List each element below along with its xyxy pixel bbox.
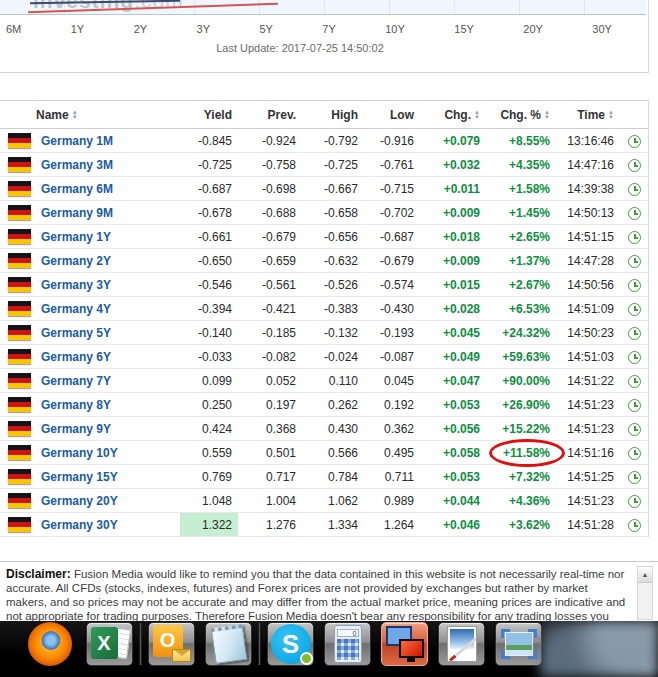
bond-link[interactable]: Germany 9Y [41,422,111,436]
sort-arrows-icon[interactable]: ▲▼ [544,110,550,120]
bond-link[interactable]: Germany 4Y [41,302,111,316]
low-cell: -0.430 [364,297,420,321]
clock-cell [620,129,648,153]
germany-flag-icon [8,493,31,508]
bond-link[interactable]: Germany 15Y [41,470,118,484]
bond-link[interactable]: Germany 5Y [41,326,111,340]
bond-link[interactable]: Germany 1Y [41,230,111,244]
time-cell: 14:47:28 [556,249,620,273]
sort-arrows-icon[interactable]: ▲▼ [608,110,614,120]
realtime-clock-icon [628,327,641,340]
bond-link[interactable]: Germany 30Y [41,518,118,532]
disclaimer-panel: Disclaimer: Fusion Media would like to r… [0,561,658,621]
time-cell: 13:16:46 [556,129,620,153]
bond-name-cell: Germany 2Y [0,249,180,273]
clock-cell [620,417,648,441]
windows-taskbar: XOS0 [0,621,658,677]
time-cell: 14:51:25 [556,465,620,489]
realtime-clock-icon [628,519,641,532]
bond-link[interactable]: Germany 1M [41,134,113,148]
bond-link[interactable]: Germany 8Y [41,398,111,412]
high-cell: -0.132 [302,321,364,345]
sort-arrows-icon[interactable]: ▲▼ [72,110,78,120]
table-row: Germany 9Y0.4240.3680.4300.362+0.056+15.… [0,417,648,441]
table-row: Germany 10Y0.5590.5010.5660.495+0.058+11… [0,441,648,465]
table-row: Germany 6M-0.687-0.698-0.667-0.715+0.011… [0,177,648,201]
change-cell: +0.053 [420,465,486,489]
germany-flag-icon [8,517,31,532]
low-cell: 0.192 [364,393,420,417]
yield-cell: -0.845 [180,129,238,153]
bond-link[interactable]: Germany 10Y [41,446,118,460]
taskbar-button-paint[interactable] [438,622,485,666]
germany-flag-icon [8,205,31,220]
high-cell: -0.667 [302,177,364,201]
low-cell: -0.715 [364,177,420,201]
chart-plot-area: investing.com [0,0,646,15]
calculator-icon: 0 [334,625,362,663]
time-cell: 14:47:16 [556,153,620,177]
taskbar-button-calculator[interactable]: 0 [324,622,371,666]
bond-link[interactable]: Germany 3M [41,158,113,172]
high-cell: -0.658 [302,201,364,225]
column-header-time[interactable]: Time▲▼ [556,101,620,129]
time-cell: 14:51:09 [556,297,620,321]
column-header-name[interactable]: Name▲▼ [0,101,180,129]
outlook-icon: O [153,625,191,663]
table-row: Germany 9M-0.678-0.688-0.658-0.702+0.009… [0,201,648,225]
taskbar-button-firefox[interactable] [24,621,76,667]
sort-arrows-icon[interactable]: ▲▼ [474,110,480,120]
germany-flag-icon [8,157,31,172]
taskbar-button-outlook[interactable]: O [148,622,195,666]
prev-cell: -0.561 [238,273,302,297]
realtime-clock-icon [628,447,641,460]
high-cell: 0.784 [302,465,364,489]
bond-link[interactable]: Germany 7Y [41,374,111,388]
high-cell: 0.262 [302,393,364,417]
yield-cell: 0.099 [180,369,238,393]
germany-flag-icon [8,133,31,148]
prev-cell: 1.276 [238,513,302,537]
table-row: Germany 7Y0.0990.0520.1100.045+0.047+90.… [0,369,648,393]
change-cell: +0.045 [420,321,486,345]
change-cell: +0.044 [420,489,486,513]
scrollbar-up-arrow-icon[interactable]: ▲ [638,567,652,583]
realtime-clock-icon [628,159,641,172]
yield-cell: 0.769 [180,465,238,489]
prev-cell: -0.698 [238,177,302,201]
taskbar-button-notepad[interactable] [205,622,252,666]
taskbar-button-skype[interactable]: S [267,622,314,666]
bond-link[interactable]: Germany 2Y [41,254,111,268]
disclaimer-label: Disclaimer: [6,567,71,581]
bond-name-cell: Germany 3M [0,153,180,177]
remote-desktop-icon [386,626,424,662]
table-row: Germany 3Y-0.546-0.561-0.526-0.574+0.015… [0,273,648,297]
bond-link[interactable]: Germany 6M [41,182,113,196]
column-header-chg-[interactable]: Chg.▲▼ [420,101,486,129]
germany-flag-icon [8,397,31,412]
high-cell: 0.110 [302,369,364,393]
time-cell: 14:50:13 [556,201,620,225]
column-header-chg-%[interactable]: Chg. %▲▼ [486,101,556,129]
x-axis-tick-label: 2Y [134,23,147,35]
firefox-icon [28,622,72,666]
table-row: Germany 8Y0.2500.1970.2620.192+0.053+26.… [0,393,648,417]
bond-link[interactable]: Germany 3Y [41,278,111,292]
taskbar-button-remote-desktop[interactable] [381,622,428,666]
realtime-clock-icon [628,495,641,508]
prev-cell: -0.659 [238,249,302,273]
bond-link[interactable]: Germany 9M [41,206,113,220]
low-cell: -0.702 [364,201,420,225]
change-cell: +0.049 [420,345,486,369]
bond-link[interactable]: Germany 6Y [41,350,111,364]
realtime-clock-icon [628,135,641,148]
bond-link[interactable]: Germany 20Y [41,494,118,508]
taskbar-button-excel[interactable]: X [86,622,133,666]
taskbar-button-snipping-tool[interactable] [495,622,542,666]
table-header-row: Name▲▼YieldPrev.HighLowChg.▲▼Chg. %▲▼Tim… [0,101,648,129]
low-cell: 0.045 [364,369,420,393]
x-axis-tick-label: 5Y [259,23,272,35]
change-cell: +0.046 [420,513,486,537]
disclaimer-scrollbar[interactable]: ▲ [637,566,653,620]
bond-name-cell: Germany 6Y [0,345,180,369]
